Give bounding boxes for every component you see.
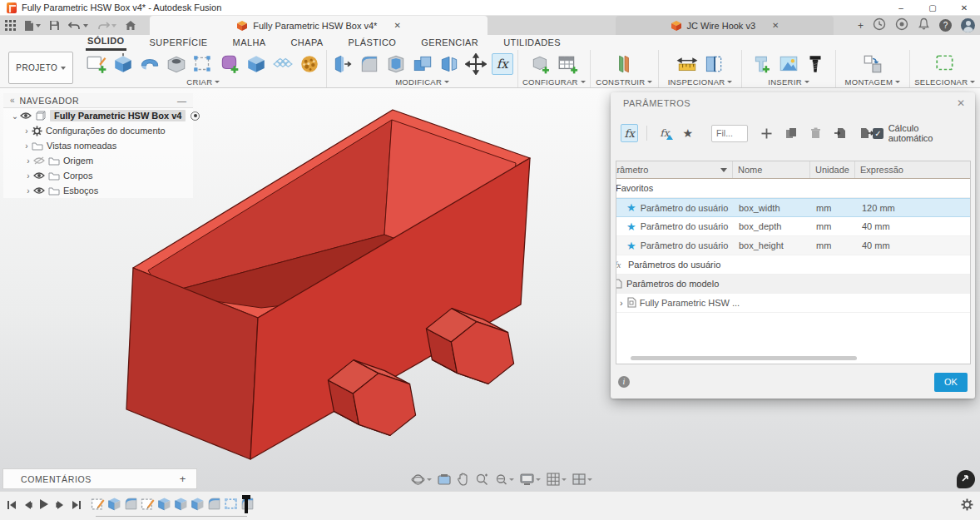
- go-to-start-icon[interactable]: [7, 498, 17, 513]
- press-pull-icon[interactable]: [332, 52, 354, 75]
- group-label-montagem[interactable]: MONTAGEM: [839, 77, 905, 87]
- tree-item-bodies[interactable]: › Corpos: [3, 168, 193, 183]
- orbit-icon[interactable]: [411, 473, 432, 487]
- canvas-image-icon[interactable]: [778, 52, 800, 75]
- tab-close-icon[interactable]: ✕: [393, 21, 400, 30]
- viewports-icon[interactable]: [572, 473, 592, 485]
- chevron-down-icon[interactable]: [427, 478, 432, 481]
- chevron-down-icon[interactable]: [562, 478, 567, 481]
- eye-icon[interactable]: [33, 186, 45, 195]
- construction-plane-icon[interactable]: [613, 52, 636, 75]
- configure-icon[interactable]: [529, 52, 552, 75]
- tab-chapa[interactable]: CHAPA: [290, 36, 325, 50]
- collapse-panel-icon[interactable]: «: [10, 96, 15, 105]
- activate-component-radio[interactable]: [191, 111, 200, 121]
- group-label-construir[interactable]: CONSTRUIR: [594, 77, 656, 87]
- combine-icon[interactable]: [412, 52, 434, 75]
- group-label-inserir[interactable]: INSERIR: [745, 77, 832, 87]
- all-parameters-toggle[interactable]: fx: [621, 124, 638, 142]
- tree-root-label[interactable]: Fully Parametric HSW Box v4: [50, 110, 186, 121]
- dialog-close-icon[interactable]: ✕: [957, 97, 965, 109]
- chevron-right-icon[interactable]: ›: [620, 298, 623, 308]
- auto-compute-checkbox[interactable]: ✓ Cálculo automático: [873, 123, 963, 143]
- project-dropdown-button[interactable]: PROJETO: [8, 52, 73, 84]
- copy-icon[interactable]: [785, 127, 797, 139]
- minimize-panel-icon[interactable]: —: [177, 96, 186, 106]
- delete-icon[interactable]: [810, 127, 821, 139]
- chevron-down-icon[interactable]: [536, 478, 541, 481]
- chevron-right-icon[interactable]: ›: [22, 126, 32, 136]
- document-tab-inactive[interactable]: JC Wire Hook v3 ✕: [616, 16, 834, 35]
- timeline-fillet-feature[interactable]: [207, 497, 221, 511]
- timeline-fillet-feature[interactable]: [124, 497, 138, 511]
- section-row-component[interactable]: › Fully Parametric HSW ...: [616, 294, 970, 313]
- pan-icon[interactable]: [457, 473, 469, 486]
- new-component-icon[interactable]: [861, 52, 883, 75]
- insert-mesh-icon[interactable]: [751, 52, 774, 75]
- notification-center-icon[interactable]: [895, 17, 908, 34]
- zoom-icon[interactable]: [475, 473, 488, 486]
- settings-gear-icon[interactable]: [961, 498, 973, 514]
- favorite-star-icon[interactable]: ★: [626, 220, 636, 233]
- chevron-right-icon[interactable]: ›: [23, 156, 33, 166]
- section-row-model-parameters[interactable]: Parâmetros do modelo: [616, 275, 970, 294]
- tree-item-document-settings[interactable]: › Configurações do documento: [3, 123, 193, 138]
- chevron-down-icon[interactable]: ⌄: [10, 111, 20, 121]
- eye-off-icon[interactable]: [33, 156, 45, 165]
- look-at-icon[interactable]: [438, 473, 451, 485]
- sort-dropdown-icon[interactable]: [720, 168, 727, 172]
- add-parameter-icon[interactable]: [761, 128, 772, 139]
- insert-fastener-icon[interactable]: [804, 52, 827, 75]
- ok-button[interactable]: OK: [934, 373, 968, 392]
- chevron-down-icon[interactable]: [587, 478, 592, 481]
- maximize-button[interactable]: ▢: [917, 0, 948, 16]
- play-icon[interactable]: [39, 498, 49, 513]
- eye-icon[interactable]: [20, 111, 32, 120]
- step-back-icon[interactable]: [23, 498, 32, 513]
- group-label-selecionar[interactable]: SELECIONAR: [913, 77, 977, 87]
- tab-close-icon[interactable]: ✕: [772, 21, 779, 30]
- eye-icon[interactable]: [33, 171, 45, 180]
- fit-view-icon[interactable]: [494, 473, 514, 486]
- bell-icon[interactable]: [918, 17, 930, 34]
- group-label-criar[interactable]: CRIAR: [83, 77, 323, 87]
- job-status-icon[interactable]: [873, 17, 886, 34]
- timeline-extrude-feature[interactable]: [107, 497, 121, 511]
- create-form-icon[interactable]: [219, 52, 241, 75]
- tab-superficie[interactable]: SUPERFÍCIE: [148, 36, 210, 50]
- app-grid-icon[interactable]: [5, 20, 16, 31]
- table-row-box-height[interactable]: ★Parâmetro do usuário box_height mm 40 m…: [616, 236, 970, 255]
- timeline-pattern-feature[interactable]: [224, 497, 238, 511]
- home-icon[interactable]: [125, 20, 136, 31]
- shell-icon[interactable]: [385, 52, 408, 75]
- volumetric-lattice-icon[interactable]: [299, 52, 321, 75]
- measure-icon[interactable]: [676, 52, 698, 75]
- chevron-right-icon[interactable]: ›: [23, 186, 33, 196]
- user-parameter-icon[interactable]: fx: [655, 127, 674, 139]
- revolve-icon[interactable]: [139, 52, 161, 75]
- column-nome[interactable]: Nome: [733, 161, 810, 178]
- step-forward-icon[interactable]: [56, 498, 65, 513]
- file-menu-icon[interactable]: [24, 20, 41, 32]
- create-sketch-icon[interactable]: [86, 52, 108, 75]
- column-unidade[interactable]: Unidade: [810, 161, 855, 178]
- section-row-favoritos[interactable]: Favoritos: [616, 179, 970, 198]
- favorite-star-icon[interactable]: ★: [626, 240, 636, 252]
- grid-snap-icon[interactable]: [547, 473, 567, 486]
- save-icon[interactable]: [49, 20, 60, 31]
- avatar[interactable]: [961, 18, 975, 32]
- extrude-icon[interactable]: [112, 52, 135, 75]
- chevron-right-icon[interactable]: ›: [23, 171, 33, 181]
- configuration-table-icon[interactable]: [556, 52, 578, 75]
- favorite-star-icon[interactable]: ★: [626, 201, 636, 214]
- column-expressao[interactable]: Expressão: [855, 161, 970, 178]
- section-analysis-icon[interactable]: [702, 52, 725, 75]
- hole-icon[interactable]: [166, 52, 188, 75]
- go-to-end-icon[interactable]: [72, 498, 82, 513]
- filter-input[interactable]: [711, 125, 748, 142]
- chevron-right-icon[interactable]: ›: [22, 141, 32, 151]
- close-button[interactable]: ✕: [948, 0, 980, 16]
- group-label-configurar[interactable]: CONFIGURAR: [522, 77, 586, 87]
- chevron-down-icon[interactable]: [509, 478, 514, 481]
- new-tab-icon[interactable]: +: [858, 20, 864, 32]
